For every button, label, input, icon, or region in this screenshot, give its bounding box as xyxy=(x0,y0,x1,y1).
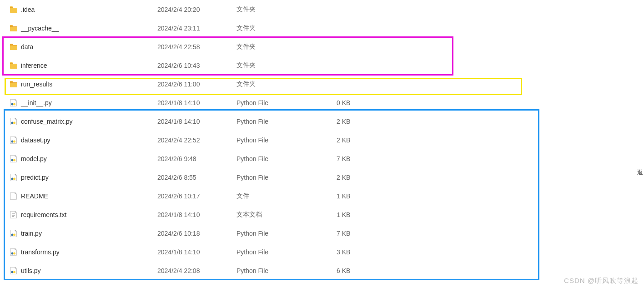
file-name: model.py xyxy=(21,155,47,162)
file-row[interactable]: model.py2024/2/6 9:48Python File7 KB xyxy=(0,149,644,168)
col-name: .idea xyxy=(10,6,157,13)
col-name: __init__.py xyxy=(10,99,157,106)
file-size: 2 KB xyxy=(337,136,391,144)
svg-point-15 xyxy=(11,252,14,254)
pyfile-icon xyxy=(10,248,17,256)
file-date: 2024/2/4 22:58 xyxy=(157,43,236,51)
file-date: 2024/2/4 22:08 xyxy=(157,267,236,274)
file-type: Python File xyxy=(236,118,337,125)
svg-point-13 xyxy=(11,233,14,236)
svg-point-14 xyxy=(13,233,15,236)
file-row[interactable]: utils.py2024/2/4 22:08Python File6 KB xyxy=(0,261,644,280)
file-type: Python File xyxy=(236,230,337,237)
pyfile-icon xyxy=(10,230,17,237)
file-date: 2024/1/8 14:10 xyxy=(157,211,236,218)
svg-point-1 xyxy=(13,103,15,105)
pyfile-icon xyxy=(10,99,17,106)
file-type: Python File xyxy=(236,267,337,274)
col-name: README xyxy=(10,192,157,200)
file-name: .idea xyxy=(21,6,35,13)
folder-icon xyxy=(10,25,17,32)
file-type: Python File xyxy=(236,99,337,106)
file-name: run_results xyxy=(21,81,52,88)
file-size: 2 KB xyxy=(337,118,391,125)
file-date: 2024/2/6 10:17 xyxy=(157,192,236,200)
svg-point-6 xyxy=(11,159,14,161)
file-list: .idea2024/2/4 20:20文件夹__pycache__2024/2/… xyxy=(0,0,644,280)
file-size: 7 KB xyxy=(337,155,391,162)
file-row[interactable]: run_results2024/2/6 11:00文件夹 xyxy=(0,75,644,93)
file-row[interactable]: __pycache__2024/2/4 23:11文件夹 xyxy=(0,19,644,37)
genfile-icon xyxy=(10,192,17,200)
file-date: 2024/2/6 10:43 xyxy=(157,62,236,69)
file-date: 2024/1/8 14:10 xyxy=(157,99,236,106)
svg-point-17 xyxy=(11,271,14,273)
pyfile-icon xyxy=(10,267,17,274)
file-row[interactable]: README2024/2/6 10:17文件1 KB xyxy=(0,187,644,205)
folder-icon xyxy=(10,62,17,69)
file-row[interactable]: transforms.py2024/1/8 14:10Python File3 … xyxy=(0,243,644,261)
file-row[interactable]: confuse_matrix.py2024/1/8 14:10Python Fi… xyxy=(0,112,644,131)
file-size: 6 KB xyxy=(337,267,391,274)
file-name: __init__.py xyxy=(21,99,52,106)
col-name: confuse_matrix.py xyxy=(10,118,157,125)
file-date: 2024/2/6 10:18 xyxy=(157,230,236,237)
file-size: 0 KB xyxy=(337,99,391,106)
pyfile-icon xyxy=(10,118,17,125)
file-row[interactable]: inference2024/2/6 10:43文件夹 xyxy=(0,56,644,75)
file-row[interactable]: requirements.txt2024/1/8 14:10文本文档1 KB xyxy=(0,205,644,224)
pyfile-icon xyxy=(10,155,17,162)
file-type: 文本文档 xyxy=(236,211,337,219)
col-name: run_results xyxy=(10,81,157,88)
file-name: requirements.txt xyxy=(21,211,66,218)
svg-point-16 xyxy=(13,252,15,254)
col-name: model.py xyxy=(10,155,157,162)
file-date: 2024/2/4 22:52 xyxy=(157,136,236,144)
file-name: predict.py xyxy=(21,174,49,181)
col-name: inference xyxy=(10,62,157,69)
file-row[interactable]: dataset.py2024/2/4 22:52Python File2 KB xyxy=(0,131,644,149)
svg-point-3 xyxy=(13,121,15,124)
file-name: data xyxy=(21,43,33,51)
file-type: Python File xyxy=(236,174,337,181)
file-type: Python File xyxy=(236,248,337,256)
svg-point-18 xyxy=(13,271,15,273)
col-name: utils.py xyxy=(10,267,157,274)
col-name: train.py xyxy=(10,230,157,237)
file-type: 文件 xyxy=(236,192,337,200)
watermark-text: CSDN @听风吹等浪起 xyxy=(564,277,639,285)
file-date: 2024/1/8 14:10 xyxy=(157,118,236,125)
file-row[interactable]: .idea2024/2/4 20:20文件夹 xyxy=(0,0,644,19)
file-type: 文件夹 xyxy=(236,24,337,32)
file-name: dataset.py xyxy=(21,136,50,144)
file-date: 2024/2/6 11:00 xyxy=(157,81,236,88)
file-name: transforms.py xyxy=(21,248,60,256)
svg-point-7 xyxy=(13,159,15,161)
pyfile-icon xyxy=(10,136,17,144)
svg-point-2 xyxy=(11,121,14,124)
txtfile-icon xyxy=(10,211,17,218)
folder-icon xyxy=(10,81,17,88)
file-row[interactable]: train.py2024/2/6 10:18Python File7 KB xyxy=(0,224,644,243)
svg-point-9 xyxy=(13,177,15,180)
file-type: 文件夹 xyxy=(236,80,337,88)
file-type: Python File xyxy=(236,155,337,162)
file-size: 2 KB xyxy=(337,174,391,181)
col-name: predict.py xyxy=(10,174,157,181)
col-name: __pycache__ xyxy=(10,25,157,32)
svg-point-5 xyxy=(13,140,15,142)
file-name: README xyxy=(21,192,48,200)
file-name: __pycache__ xyxy=(21,25,59,32)
file-name: confuse_matrix.py xyxy=(21,118,73,125)
file-size: 7 KB xyxy=(337,230,391,237)
file-size: 1 KB xyxy=(337,211,391,218)
file-date: 2024/2/6 9:48 xyxy=(157,155,236,162)
col-name: dataset.py xyxy=(10,136,157,144)
file-row[interactable]: data2024/2/4 22:58文件夹 xyxy=(0,37,644,56)
file-type: 文件夹 xyxy=(236,61,337,70)
col-name: data xyxy=(10,43,157,51)
file-type: 文件夹 xyxy=(236,5,337,14)
file-row[interactable]: predict.py2024/2/6 8:55Python File2 KB xyxy=(0,168,644,187)
file-row[interactable]: __init__.py2024/1/8 14:10Python File0 KB xyxy=(0,93,644,112)
svg-point-4 xyxy=(11,140,14,142)
